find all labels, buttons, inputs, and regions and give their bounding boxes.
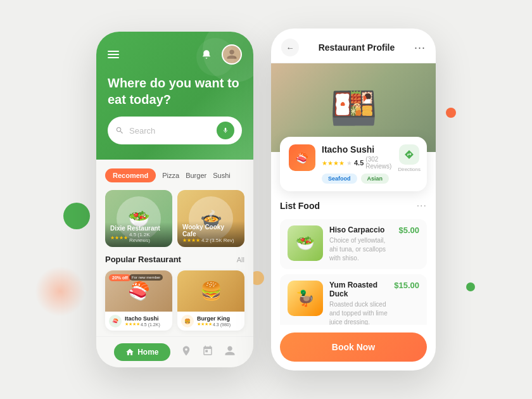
new-member-badge: For new member (129, 274, 163, 281)
food-details-1: Hiso Carpaccio Choice of yellowtail, ahi… (329, 225, 392, 263)
popular-card-1[interactable]: 🍣 20% off For new member 🍣 Itacho Sushi … (105, 270, 172, 331)
bg-circle-green-small (466, 282, 475, 291)
discount-badge: 20% off (109, 274, 131, 281)
featured-rating-text-1: 4.5 (1.2K Reviews) (129, 232, 167, 243)
tag-asian[interactable]: Asian (361, 174, 390, 184)
avatar[interactable] (222, 44, 242, 65)
restaurant-name: Itacho Sushi (322, 144, 391, 155)
bell-icon[interactable] (198, 46, 215, 63)
tab-pizza[interactable]: Pizza (162, 172, 179, 179)
home-icon (125, 348, 134, 357)
food-price-2: $15.00 (394, 281, 419, 290)
rest-name-1: Itacho Sushi (125, 315, 168, 322)
header-title: Where do you want to eat today? (108, 75, 242, 108)
rest-logo-2: 🍔 (181, 315, 194, 327)
food-desc-2: Roasted duck sliced and topped with lime… (329, 300, 388, 325)
popular-row: 🍣 20% off For new member 🍣 Itacho Sushi … (105, 270, 244, 331)
bg-splat-orange (35, 266, 86, 317)
featured-row: 🥗 Dixie Restaurant ★★★★ 4.5 (1.2K Review… (105, 190, 244, 247)
food-thumb-1: 🥗 (288, 225, 323, 261)
food-name-2: Yum Roasted Duck (329, 281, 388, 298)
location-icon (180, 345, 192, 357)
menu-icon[interactable] (108, 51, 119, 58)
location-nav-button[interactable] (180, 345, 192, 360)
featured-card-2[interactable]: 🍲 Wooky Cooky Cafe ★★★★ 4.2 (3.5K Rev) (177, 190, 244, 247)
header-right (198, 44, 242, 65)
featured-rating-text-2: 4.2 (3.5K Rev) (201, 238, 234, 243)
featured-rating-1: ★★★★ 4.5 (1.2K Reviews) (110, 232, 167, 243)
more-button[interactable]: ··· (414, 41, 426, 54)
list-food-header: List Food ··· (280, 200, 427, 212)
popular-card-2[interactable]: 🍔 🍔 Burger King ★★★★ 4.3 (980) (177, 270, 244, 331)
bg-circle-orange (446, 108, 456, 118)
page-title: Restaurant Profile (319, 42, 395, 53)
list-food-title: List Food (280, 201, 320, 211)
list-more-button[interactable]: ··· (417, 200, 427, 212)
food-name-1: Hiso Carpaccio (329, 225, 392, 234)
food-price-1: $5.00 (398, 225, 419, 235)
back-button[interactable]: ← (281, 39, 299, 56)
restaurant-logo: 🍣 (289, 144, 315, 171)
restaurant-rating-row: ★★★★ ★ 4.5 (302 Reviews) (322, 156, 391, 170)
popular-info-1: 🍣 Itacho Sushi ★★★★ 4.5 (1.2K) (105, 312, 172, 331)
restaurant-profile-header: ← Restaurant Profile ··· (271, 28, 436, 63)
search-bar[interactable]: Search (108, 117, 242, 144)
rest-details-2: Burger King ★★★★ 4.3 (980) (197, 315, 241, 327)
calendar-nav-button[interactable] (202, 345, 213, 360)
food-thumb-2: 🦆 (288, 281, 323, 316)
app-header: Where do you want to eat today? Search (96, 32, 253, 160)
featured-card-1[interactable]: 🥗 Dixie Restaurant ★★★★ 4.5 (1.2K Review… (105, 190, 172, 247)
rating-score: 4.5 (354, 159, 364, 167)
home-nav-button[interactable]: Home (114, 343, 170, 361)
featured-name-2: Wooky Cooky Cafe (182, 224, 239, 238)
calendar-icon (202, 345, 213, 357)
rest-name-2: Burger King (197, 315, 241, 322)
popular-img-2: 🍔 (177, 270, 244, 312)
popular-section-header: Popular Restaurant All (105, 255, 244, 264)
directions-button[interactable]: Directions (398, 144, 421, 172)
search-icon (115, 126, 124, 135)
food-item-1[interactable]: 🥗 Hiso Carpaccio Choice of yellowtail, a… (280, 219, 427, 269)
directions-icon (399, 144, 419, 165)
phone-restaurant-profile: ← Restaurant Profile ··· 🍱 🍣 Itacho Sush… (271, 28, 436, 370)
tab-sushi[interactable]: Sushi (213, 172, 231, 179)
restaurant-info-card: 🍣 Itacho Sushi ★★★★ ★ 4.5 (302 Reviews) … (280, 137, 427, 191)
featured-overlay-1: Dixie Restaurant ★★★★ 4.5 (1.2K Reviews) (105, 222, 172, 247)
rest-logo-1: 🍣 (109, 315, 122, 327)
food-details-2: Yum Roasted Duck Roasted duck sliced and… (329, 281, 388, 325)
rest-rating-2: ★★★★ 4.3 (980) (197, 322, 241, 327)
app-body: Recomend Pizza Burger Sushi 🥗 Dixie Rest… (96, 160, 253, 336)
directions-label: Directions (398, 167, 421, 172)
rest-rating-1: ★★★★ 4.5 (1.2K) (125, 322, 168, 327)
book-now-label: Book Now (332, 342, 375, 352)
category-tabs: Recomend Pizza Burger Sushi (105, 168, 244, 182)
bg-circle-green-large (63, 203, 90, 229)
tab-burger[interactable]: Burger (186, 172, 206, 179)
rest-details-1: Itacho Sushi ★★★★ 4.5 (1.2K) (125, 315, 168, 327)
featured-name-1: Dixie Restaurant (110, 225, 167, 232)
tab-recommend[interactable]: Recomend (105, 168, 156, 182)
header-top-row (108, 44, 242, 65)
list-food-section: List Food ··· 🥗 Hiso Carpaccio Choice of… (271, 191, 436, 325)
rest-rating-text-2: 4.3 (980) (213, 322, 231, 327)
rest-rating-text-1: 4.5 (1.2K) (141, 322, 160, 327)
profile-nav-button[interactable] (224, 345, 236, 360)
mic-button[interactable] (217, 122, 234, 139)
bottom-nav: Home (96, 336, 253, 367)
restaurant-tags: Seafood Asian (322, 174, 391, 184)
restaurant-info-main: Itacho Sushi ★★★★ ★ 4.5 (302 Reviews) Se… (322, 144, 391, 184)
phone-food-app: Where do you want to eat today? Search R… (96, 32, 253, 367)
food-desc-1: Choice of yellowtail, ahi tuna, or scall… (329, 236, 392, 263)
search-placeholder: Search (129, 126, 212, 136)
food-item-2[interactable]: 🦆 Yum Roasted Duck Roasted duck sliced a… (280, 274, 427, 325)
popular-all-link[interactable]: All (237, 256, 244, 263)
profile-icon (224, 345, 236, 357)
phones-container: Where do you want to eat today? Search R… (96, 28, 436, 370)
featured-overlay-2: Wooky Cooky Cafe ★★★★ 4.2 (3.5K Rev) (177, 221, 244, 247)
featured-rating-2: ★★★★ 4.2 (3.5K Rev) (182, 238, 239, 243)
popular-title: Popular Restaurant (105, 255, 181, 264)
tag-seafood[interactable]: Seafood (322, 174, 357, 184)
home-nav-label: Home (137, 348, 158, 357)
rating-count: (302 Reviews) (365, 156, 391, 170)
book-now-button[interactable]: Book Now (280, 332, 427, 362)
